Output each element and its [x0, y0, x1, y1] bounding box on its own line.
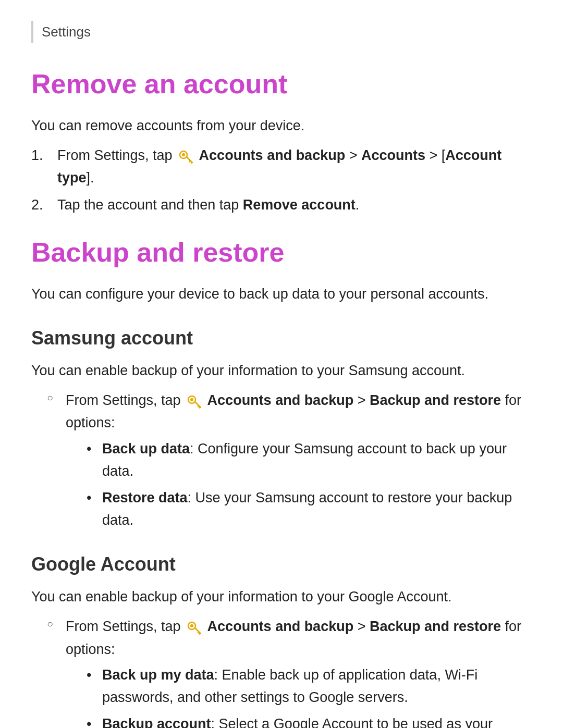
page-container: Settings Remove an account You can remov… — [0, 0, 563, 728]
remove-account-section: Remove an account You can remove account… — [31, 64, 532, 216]
samsung-circle-list: From Settings, tap Accounts and backup >… — [47, 389, 532, 532]
key-icon-2 — [187, 393, 201, 408]
samsung-account-intro: You can enable backup of your informatio… — [31, 360, 532, 382]
google-account-subsection: Google Account You can enable backup of … — [31, 550, 532, 728]
google-circle-item: From Settings, tap Accounts and backup >… — [47, 615, 532, 728]
svg-point-11 — [190, 624, 193, 627]
svg-point-6 — [190, 398, 193, 401]
backup-restore-section: Backup and restore You can configure you… — [31, 232, 532, 728]
samsung-bullet-2: Restore data: Use your Samsung account t… — [87, 487, 532, 532]
backup-restore-intro: You can configure your device to back up… — [31, 283, 532, 305]
key-icon-1 — [178, 148, 193, 163]
samsung-account-subsection: Samsung account You can enable backup of… — [31, 324, 532, 532]
google-bullet-2: Backup account: Select a Google Account … — [87, 713, 532, 728]
remove-account-step-1: 1. From Settings, tap Accounts and backu… — [31, 144, 532, 189]
samsung-bullet-1: Back up data: Configure your Samsung acc… — [87, 438, 532, 483]
backup-restore-title: Backup and restore — [31, 232, 532, 273]
remove-account-intro: You can remove accounts from your device… — [31, 115, 532, 137]
google-account-intro: You can enable backup of your informatio… — [31, 586, 532, 608]
google-bullet-1: Back up my data: Enable back up of appli… — [87, 664, 532, 709]
google-account-title: Google Account — [31, 550, 532, 578]
key-icon-3 — [187, 619, 201, 634]
remove-account-title: Remove an account — [31, 64, 532, 104]
svg-point-1 — [182, 153, 185, 156]
google-bullet-list: Back up my data: Enable back up of appli… — [87, 664, 532, 728]
samsung-bullet-list: Back up data: Configure your Samsung acc… — [87, 438, 532, 532]
samsung-circle-item: From Settings, tap Accounts and backup >… — [47, 389, 532, 532]
google-circle-list: From Settings, tap Accounts and backup >… — [47, 615, 532, 728]
samsung-account-title: Samsung account — [31, 324, 532, 352]
breadcrumb-label: Settings — [42, 24, 91, 40]
remove-account-step-2: 2. Tap the account and then tap Remove a… — [31, 194, 532, 216]
remove-account-steps: 1. From Settings, tap Accounts and backu… — [31, 144, 532, 216]
breadcrumb: Settings — [31, 21, 532, 43]
